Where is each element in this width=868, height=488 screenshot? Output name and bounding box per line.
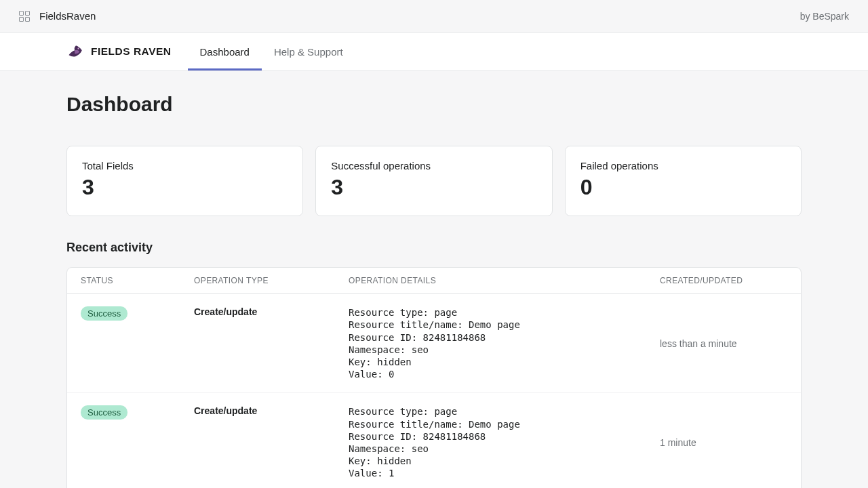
cell-time: less than a minute xyxy=(646,294,801,393)
brand-text: FIELDS RAVEN xyxy=(91,45,172,58)
raven-logo-icon xyxy=(66,42,85,61)
activity-table-wrap: STATUS OPERATION TYPE OPERATION DETAILS … xyxy=(66,267,802,488)
stat-label: Failed operations xyxy=(580,160,786,171)
th-operation-details: OPERATION DETAILS xyxy=(335,268,646,294)
th-operation-type: OPERATION TYPE xyxy=(180,268,335,294)
activity-table: STATUS OPERATION TYPE OPERATION DETAILS … xyxy=(67,268,801,488)
stat-value: 3 xyxy=(82,176,288,199)
nav-tabs: Dashboard Help & Support xyxy=(188,33,355,70)
cell-operation-details: Resource type: page Resource title/name:… xyxy=(335,393,646,488)
stats-row: Total Fields 3 Successful operations 3 F… xyxy=(66,146,802,216)
cell-operation-type: Create/update xyxy=(180,294,335,393)
cell-operation-type: Create/update xyxy=(180,393,335,488)
topbar: FieldsRaven by BeSpark xyxy=(0,0,868,33)
operation-details-text: Resource type: page Resource title/name:… xyxy=(349,306,633,380)
table-row: SuccessCreate/updateResource type: page … xyxy=(67,393,801,488)
apps-icon[interactable] xyxy=(19,11,30,22)
stat-value: 0 xyxy=(580,176,786,199)
table-row: SuccessCreate/updateResource type: page … xyxy=(67,294,801,393)
operation-details-text: Resource type: page Resource title/name:… xyxy=(349,405,633,479)
stat-failed-operations: Failed operations 0 xyxy=(565,146,802,216)
cell-operation-details: Resource type: page Resource title/name:… xyxy=(335,294,646,393)
tab-help-support[interactable]: Help & Support xyxy=(262,33,355,70)
cell-status: Success xyxy=(67,294,180,393)
topbar-left: FieldsRaven xyxy=(19,10,96,22)
by-text: by BeSpark xyxy=(800,11,849,22)
main-content: Dashboard Total Fields 3 Successful oper… xyxy=(0,71,868,488)
brand[interactable]: FIELDS RAVEN xyxy=(66,42,172,61)
stat-value: 3 xyxy=(331,176,536,199)
nav-bar: FIELDS RAVEN Dashboard Help & Support xyxy=(0,33,868,71)
stat-label: Successful operations xyxy=(331,160,536,171)
cell-time: 1 minute xyxy=(646,393,801,488)
th-status: STATUS xyxy=(67,268,180,294)
th-created-updated: CREATED/UPDATED xyxy=(646,268,801,294)
svg-point-0 xyxy=(77,48,79,49)
app-name: FieldsRaven xyxy=(39,10,96,22)
stat-total-fields: Total Fields 3 xyxy=(66,146,303,216)
cell-status: Success xyxy=(67,393,180,488)
stat-label: Total Fields xyxy=(82,160,288,171)
recent-activity-title: Recent activity xyxy=(66,241,802,255)
tab-dashboard[interactable]: Dashboard xyxy=(188,33,262,70)
status-badge: Success xyxy=(81,306,127,321)
stat-successful-operations: Successful operations 3 xyxy=(315,146,552,216)
page-title: Dashboard xyxy=(66,93,802,116)
status-badge: Success xyxy=(81,405,127,420)
